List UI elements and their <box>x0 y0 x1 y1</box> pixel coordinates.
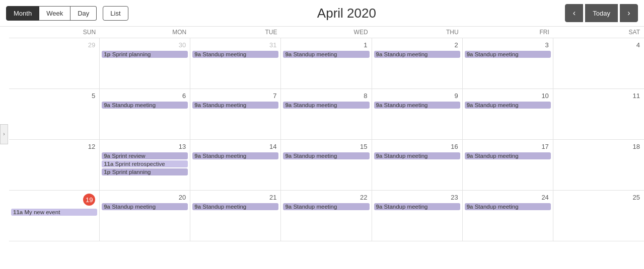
calendar-event[interactable]: 9a Standup meeting <box>465 51 551 58</box>
date-number: 14 <box>192 142 278 151</box>
calendar-event[interactable]: 9a Standup meeting <box>465 152 551 159</box>
day-fri: FRI <box>463 27 553 38</box>
calendar-cell[interactable]: 179a Standup meeting <box>463 140 553 190</box>
calendar-cell[interactable]: 79a Standup meeting <box>190 89 281 139</box>
date-number: 5 <box>11 91 97 101</box>
calendar-event[interactable]: 9a Standup meeting <box>374 152 460 159</box>
week-view-button[interactable]: Week <box>39 6 70 21</box>
calendar-cell[interactable]: 109a Standup meeting <box>463 89 553 139</box>
week-row-1: 569a Standup meeting79a Standup meeting8… <box>9 89 644 140</box>
calendar-cell[interactable]: 29 <box>9 38 100 88</box>
event-time: 11a <box>104 161 113 167</box>
day-sat: SAT <box>553 27 644 38</box>
date-number: 18 <box>555 142 642 151</box>
date-number: 6 <box>102 91 188 101</box>
event-time: 9a <box>104 102 110 108</box>
next-button[interactable]: › <box>620 4 638 22</box>
calendar-cell[interactable]: 29a Standup meeting <box>372 38 463 88</box>
event-title: Standup meeting <box>475 153 519 159</box>
prev-button[interactable]: ‹ <box>565 4 583 22</box>
event-title: Standup meeting <box>384 153 428 159</box>
calendar-title: April 2020 <box>317 6 376 21</box>
event-title: Standup meeting <box>293 204 337 210</box>
week-row-0: 29301p Sprint planning319a Standup meeti… <box>9 38 644 89</box>
date-number: 15 <box>283 142 369 151</box>
calendar-event[interactable]: 9a Standup meeting <box>102 203 188 210</box>
calendar-event[interactable]: 9a Standup meeting <box>374 102 460 109</box>
calendar-cell[interactable]: 89a Standup meeting <box>281 89 372 139</box>
event-time: 9a <box>376 204 383 210</box>
event-time: 9a <box>104 204 110 210</box>
event-title: Standup meeting <box>293 51 337 57</box>
event-title: Sprint planning <box>112 169 151 175</box>
calendar-cell[interactable]: 12 <box>9 140 100 190</box>
calendar-event[interactable]: 11a My new event <box>11 209 97 216</box>
calendar-cell[interactable]: 139a Sprint review11a Sprint retrospecti… <box>100 140 190 190</box>
event-time: 11a <box>13 209 23 215</box>
list-view-button[interactable]: List <box>103 6 128 21</box>
day-view-button[interactable]: Day <box>70 6 97 21</box>
calendar-cell[interactable]: 11 <box>553 89 644 139</box>
calendar-cell[interactable]: 99a Standup meeting <box>372 89 463 139</box>
calendar-cell[interactable]: 69a Standup meeting <box>100 89 190 139</box>
month-view-button[interactable]: Month <box>6 6 39 21</box>
calendar-cell[interactable]: 229a Standup meeting <box>281 191 372 241</box>
calendar-event[interactable]: 9a Standup meeting <box>465 203 551 210</box>
calendar-event[interactable]: 9a Standup meeting <box>374 51 460 58</box>
calendar-event[interactable]: 9a Standup meeting <box>192 102 278 109</box>
event-time: 9a <box>467 102 473 108</box>
calendar-event[interactable]: 9a Standup meeting <box>102 102 188 109</box>
event-time: 9a <box>285 102 292 108</box>
calendar-cell[interactable]: 209a Standup meeting <box>100 191 190 241</box>
calendar-event[interactable]: 9a Standup meeting <box>283 203 369 210</box>
event-time: 9a <box>285 153 292 159</box>
calendar-event[interactable]: 9a Standup meeting <box>283 152 369 159</box>
calendar-cell[interactable]: 19a Standup meeting <box>281 38 372 88</box>
day-tue: TUE <box>190 27 281 38</box>
calendar-event[interactable]: 9a Standup meeting <box>283 102 369 109</box>
calendar-event[interactable]: 11a Sprint retrospective <box>102 160 188 167</box>
event-time: 1p <box>104 51 110 57</box>
today-button[interactable]: Today <box>585 4 618 22</box>
calendar-event[interactable]: 1p Sprint planning <box>102 51 188 58</box>
calendar-cell[interactable]: 319a Standup meeting <box>190 38 281 88</box>
date-number: 3 <box>465 40 551 50</box>
calendar-cell[interactable]: 5 <box>9 89 100 139</box>
event-title: Standup meeting <box>112 204 156 210</box>
calendar-event[interactable]: 9a Standup meeting <box>192 203 278 210</box>
calendar-event[interactable]: 9a Standup meeting <box>283 51 369 58</box>
date-number: 16 <box>374 142 460 151</box>
calendar-cell[interactable]: 301p Sprint planning <box>100 38 190 88</box>
date-number: 24 <box>465 193 551 202</box>
calendar-event[interactable]: 9a Standup meeting <box>374 203 460 210</box>
calendar-cell[interactable]: 249a Standup meeting <box>463 191 553 241</box>
calendar-event[interactable]: 9a Standup meeting <box>192 51 278 58</box>
date-number: 8 <box>283 91 369 101</box>
view-button-group: Month Week Day <box>6 6 97 21</box>
calendar-cell[interactable]: 159a Standup meeting <box>281 140 372 190</box>
date-number: 9 <box>374 91 460 101</box>
calendar-cell[interactable]: 1911a My new event <box>9 191 100 241</box>
week-row-2: 12139a Sprint review11a Sprint retrospec… <box>9 140 644 191</box>
date-number: 29 <box>11 40 97 50</box>
date-number: 17 <box>465 142 551 151</box>
date-number: 1 <box>283 40 369 50</box>
event-title: Sprint retrospective <box>115 161 165 167</box>
event-time: 9a <box>285 204 292 210</box>
sidebar-toggle[interactable]: › <box>0 124 8 144</box>
calendar-event[interactable]: 1p Sprint planning <box>102 168 188 175</box>
calendar-cell[interactable]: 169a Standup meeting <box>372 140 463 190</box>
calendar-event[interactable]: 9a Standup meeting <box>465 102 551 109</box>
event-time: 9a <box>194 204 201 210</box>
calendar-cell[interactable]: 4 <box>553 38 644 88</box>
calendar-cell[interactable]: 219a Standup meeting <box>190 191 281 241</box>
calendar-cell[interactable]: 39a Standup meeting <box>463 38 553 88</box>
calendar-cell[interactable]: 25 <box>553 191 644 241</box>
event-time: 9a <box>376 102 383 108</box>
calendar-cell[interactable]: 239a Standup meeting <box>372 191 463 241</box>
calendar-event[interactable]: 9a Standup meeting <box>192 152 278 159</box>
calendar-cell[interactable]: 18 <box>553 140 644 190</box>
calendar-event[interactable]: 9a Sprint review <box>102 152 188 159</box>
event-title: Standup meeting <box>202 51 246 57</box>
calendar-cell[interactable]: 149a Standup meeting <box>190 140 281 190</box>
